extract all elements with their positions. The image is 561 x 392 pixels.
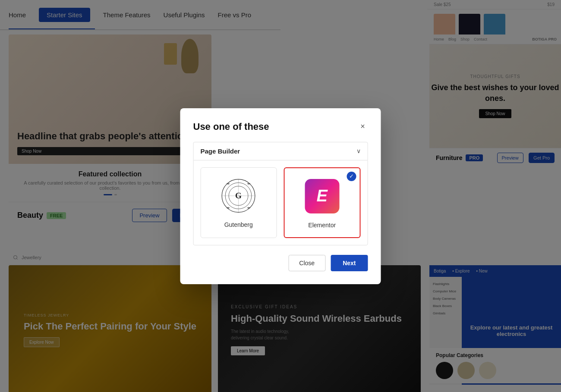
modal-title: Use one of these xyxy=(193,121,269,132)
chevron-down-icon: ∨ xyxy=(356,147,361,154)
dropdown-label: Page Builder xyxy=(201,147,240,155)
elementor-option[interactable]: ✓ E Elementor xyxy=(284,167,361,238)
builder-options: G Gutenberg ✓ E E xyxy=(194,160,368,245)
gutenberg-icon: G xyxy=(219,176,258,215)
modal-header: Use one of these × xyxy=(193,121,368,132)
svg-text:G: G xyxy=(235,191,242,200)
elementor-icon: E xyxy=(303,177,341,216)
gutenberg-option[interactable]: G Gutenberg xyxy=(201,167,277,238)
modal-close-x-button[interactable]: × xyxy=(358,122,368,132)
modal-footer: Close Next xyxy=(193,255,368,271)
close-button[interactable]: Close xyxy=(288,255,325,271)
gutenberg-label: Gutenberg xyxy=(224,221,253,228)
elementor-logo: E xyxy=(305,179,339,213)
dropdown-header[interactable]: Page Builder ∨ xyxy=(194,142,368,160)
use-one-of-these-modal: Use one of these × Page Builder ∨ xyxy=(180,108,381,284)
elementor-letter: E xyxy=(317,187,328,205)
page-builder-dropdown[interactable]: Page Builder ∨ G xyxy=(193,142,368,245)
next-button[interactable]: Next xyxy=(331,255,368,271)
elementor-label: Elementor xyxy=(308,222,336,229)
selected-checkmark: ✓ xyxy=(347,172,356,181)
